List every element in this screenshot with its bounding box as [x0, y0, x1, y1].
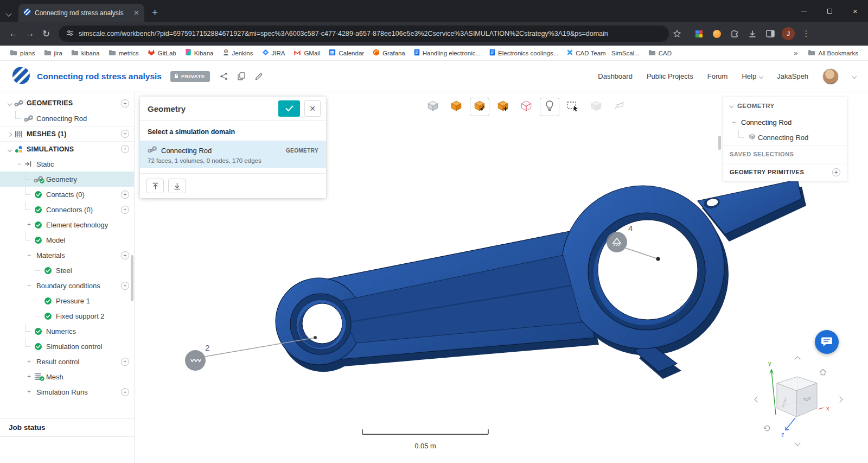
add-button[interactable]: + — [121, 358, 129, 366]
tree-item-simulation-control[interactable]: Simulation control — [0, 339, 134, 354]
add-button[interactable]: + — [121, 388, 129, 396]
downloads-icon[interactable] — [744, 26, 761, 42]
bookmark-jira[interactable]: JIRA — [258, 47, 290, 59]
add-button[interactable]: + — [121, 191, 129, 199]
nav-public-projects[interactable]: Public Projects — [647, 72, 693, 80]
tree-item-steel[interactable]: Steel — [0, 263, 134, 278]
tree-item-materials[interactable]: −Materials+ — [0, 248, 134, 263]
reload-icon[interactable]: ↻ — [38, 26, 54, 42]
tree-item-mesh[interactable]: +Mesh — [0, 369, 134, 384]
browser-menu-icon[interactable]: ⋮ — [798, 26, 814, 42]
add-primitive-button[interactable]: + — [832, 168, 840, 176]
bookmark-calendar[interactable]: 31Calendar — [324, 47, 368, 59]
fixed-support-marker[interactable] — [607, 232, 627, 252]
nav-forum[interactable]: Forum — [707, 72, 728, 80]
close-button[interactable]: × — [843, 0, 868, 22]
browser-tab[interactable]: Connecting rod stress analysis ✕ — [18, 4, 144, 22]
upload-geometry-button[interactable] — [146, 179, 164, 193]
box-select-button[interactable] — [563, 98, 583, 116]
add-button[interactable]: + — [121, 99, 129, 107]
share-icon[interactable] — [220, 72, 228, 80]
expand-toggle[interactable]: + — [25, 373, 33, 380]
navigation-cube[interactable]: TOP FRONT y x z — [751, 352, 846, 453]
show-selected-body-button[interactable] — [493, 98, 513, 116]
bookmark-jenkins[interactable]: Jenkins — [218, 47, 258, 59]
bookmark-cad[interactable]: CAD — [644, 48, 676, 59]
user-menu-chevron-icon[interactable] — [852, 74, 857, 78]
tree-item-numerics[interactable]: Numerics — [0, 324, 134, 339]
download-geometry-button[interactable] — [168, 179, 186, 193]
close-panel-button[interactable]: ✕ — [304, 100, 321, 117]
perspective-cube-button[interactable] — [423, 98, 443, 116]
tree-item-fixed-support-2[interactable]: Fixed support 2 — [0, 308, 134, 324]
all-bookmarks-button[interactable]: All Bookmarks — [803, 49, 863, 57]
rotate-ccw-button[interactable] — [763, 423, 771, 434]
collapse-toggle[interactable]: − — [730, 119, 738, 125]
tree-item-connectors-0[interactable]: Connectors (0)+ — [0, 202, 134, 217]
extension-pinwheel-icon[interactable] — [691, 26, 707, 42]
tree-item-geometries[interactable]: GEOMETRIES+ — [0, 96, 134, 111]
extensions-puzzle-icon[interactable] — [726, 26, 743, 42]
tree-item-contacts-0[interactable]: Contacts (0)+ — [0, 187, 134, 202]
add-button[interactable]: + — [121, 145, 129, 153]
bookmark-electronics-coolings[interactable]: Electronics coolings... — [485, 47, 563, 59]
bookmark-star-icon[interactable] — [669, 26, 685, 42]
apply-button[interactable] — [278, 100, 300, 117]
expand-chevron-icon[interactable] — [5, 100, 14, 106]
bookmark-kibana[interactable]: Kibana — [181, 47, 218, 59]
bookmark-plans[interactable]: plans — [5, 48, 40, 59]
tree-item-model[interactable]: Model — [0, 232, 134, 248]
side-panel-icon[interactable] — [762, 26, 778, 42]
highlight-selection-button[interactable] — [540, 98, 559, 116]
tree-item-simulation-runs[interactable]: +Simulation Runs+ — [0, 384, 134, 399]
simscale-logo[interactable] — [12, 66, 30, 87]
expand-toggle[interactable]: − — [25, 282, 33, 289]
show-all-bodies-button[interactable] — [446, 98, 466, 116]
right-panel-section-geometry[interactable]: GEOMETRY — [723, 97, 847, 115]
expand-toggle[interactable]: − — [25, 252, 33, 258]
nav-dashboard[interactable]: Dashboard — [598, 72, 633, 80]
expand-toggle[interactable]: + — [25, 221, 33, 228]
home-view-button[interactable] — [819, 368, 827, 378]
geometry-primitives-section[interactable]: GEOMETRY PRIMITIVES + — [723, 163, 847, 181]
bookmark-grafana[interactable]: Grafana — [368, 47, 410, 59]
saved-selections-section[interactable]: SAVED SELECTIONS — [723, 145, 847, 163]
site-settings-icon[interactable] — [66, 29, 74, 39]
address-bar[interactable]: simscale.com/workbench/?pid=697591715288… — [59, 26, 669, 42]
expand-chevron-icon[interactable] — [5, 131, 14, 137]
bookmark-cad-team-simscal[interactable]: CAD Team - SimScal... — [563, 48, 643, 58]
tree-item-result-control[interactable]: +Result control+ — [0, 354, 134, 369]
right-panel-child-connecting-rod[interactable]: Connecting Rod — [723, 130, 847, 145]
tree-item-boundary-conditions[interactable]: −Boundary conditions+ — [0, 278, 134, 293]
add-button[interactable]: + — [121, 251, 129, 259]
invert-visibility-button[interactable] — [516, 98, 536, 116]
tree-item-static[interactable]: −Static — [0, 156, 134, 172]
url-text[interactable]: simscale.com/workbench/?pid=697591715288… — [79, 30, 608, 37]
expand-toggle[interactable]: + — [25, 358, 33, 365]
job-status-header[interactable]: Job status — [0, 418, 134, 437]
tree-item-meshes-1[interactable]: MESHES (1)+ — [0, 126, 134, 141]
extension-orange-icon[interactable] — [709, 26, 725, 42]
rename-pencil-icon[interactable] — [255, 73, 263, 80]
tree-item-geometry[interactable]: Geometry — [0, 172, 134, 187]
bookmarks-overflow-icon[interactable]: » — [788, 49, 803, 57]
copy-icon[interactable] — [238, 72, 245, 80]
bookmark-handling-electronic[interactable]: Handling electronic... — [410, 47, 485, 59]
expand-chevron-icon[interactable] — [5, 146, 14, 153]
support-chat-button[interactable] — [815, 330, 839, 354]
maximize-button[interactable] — [817, 0, 843, 22]
minimize-button[interactable] — [792, 0, 817, 22]
domain-list-item[interactable]: Connecting Rod GEOMETRY 72 faces, 1 volu… — [140, 141, 326, 168]
nav-help[interactable]: Help — [742, 72, 763, 80]
hide-selected-body-button[interactable] — [470, 98, 489, 116]
user-avatar[interactable] — [822, 68, 839, 85]
forward-icon[interactable]: → — [22, 26, 38, 42]
bookmark-gitlab[interactable]: GitLab — [143, 47, 181, 59]
bookmark-kibana[interactable]: kibana — [67, 48, 104, 59]
viewport-scrollbar[interactable] — [718, 136, 721, 150]
profile-avatar[interactable]: J — [780, 26, 796, 42]
tree-item-connecting-rod[interactable]: Connecting Rod — [0, 111, 134, 126]
bookmark-jira[interactable]: jira — [40, 48, 67, 59]
tab-search-chevron-icon[interactable] — [7, 8, 11, 18]
bookmark-metrics[interactable]: metrics — [104, 48, 143, 59]
